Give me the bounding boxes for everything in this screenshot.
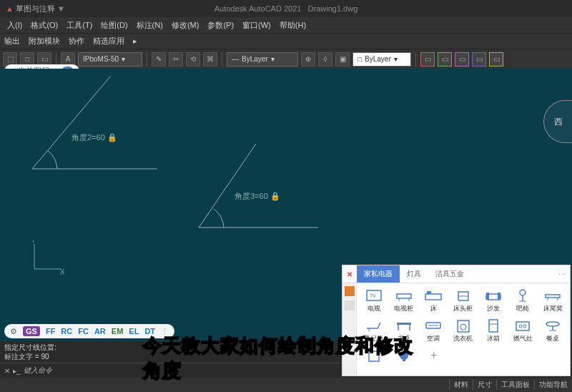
palette-item-label: 沙发 bbox=[487, 304, 500, 313]
desk-icon bbox=[395, 318, 413, 333]
palette-item-table[interactable]: 餐桌 bbox=[538, 316, 567, 345]
palette-category-icon[interactable] bbox=[345, 300, 355, 310]
tool-icon[interactable]: ▭ bbox=[455, 52, 469, 67]
palette-item-label: 床尾凳 bbox=[543, 304, 563, 313]
lock-icon: 🔒 bbox=[107, 132, 117, 142]
palette-item-bed[interactable]: 床 bbox=[419, 286, 448, 315]
table-icon bbox=[543, 318, 562, 333]
palette-item-label: 电视 bbox=[368, 304, 380, 313]
tool-icon[interactable]: ▭ bbox=[472, 52, 486, 67]
palette-item-stove[interactable]: 燃气灶 bbox=[509, 316, 538, 345]
svg-rect-25 bbox=[546, 295, 560, 298]
svg-line-4 bbox=[199, 144, 256, 227]
menu-item[interactable]: 输出 bbox=[0, 36, 24, 46]
layer-dropdown[interactable]: — ByLayer ▾ bbox=[227, 52, 298, 67]
nightstand-icon bbox=[454, 288, 473, 303]
palette-category-icon[interactable] bbox=[345, 286, 355, 296]
palette-item-label: 电视柜 bbox=[394, 304, 413, 313]
palette-header: ✕ 家私电器灯具洁具五金 ⋯ bbox=[342, 265, 570, 283]
svg-rect-38 bbox=[516, 322, 529, 330]
tool-icon[interactable]: ▭ bbox=[438, 52, 452, 67]
palette-item-nightstand[interactable]: 床头柜 bbox=[449, 286, 478, 315]
svg-rect-21 bbox=[498, 293, 500, 300]
tool-icon[interactable]: ✂ bbox=[169, 52, 183, 67]
status-item[interactable]: 工具面板 bbox=[496, 380, 534, 390]
menu-item[interactable]: 工具(T) bbox=[62, 20, 97, 31]
palette-item-label: 床头柜 bbox=[453, 304, 473, 313]
menu-item[interactable]: 附加模块 bbox=[24, 36, 64, 46]
svg-text:X: X bbox=[60, 268, 64, 276]
svg-text:+: + bbox=[430, 349, 437, 361]
titlebar: ▲ 草图与注释 ▼ Autodesk AutoCAD 2021 Drawing1… bbox=[0, 0, 572, 17]
tool-icon[interactable]: ✎ bbox=[152, 52, 166, 67]
menu-item[interactable]: 窗口(W) bbox=[238, 20, 275, 31]
tool-icon[interactable]: ⟲ bbox=[186, 52, 200, 67]
status-item[interactable]: 功能导航 bbox=[534, 380, 572, 390]
qb-ar[interactable]: AR bbox=[94, 327, 106, 335]
palette-item-washer[interactable]: 洗衣机 bbox=[449, 316, 478, 345]
close-icon[interactable]: ✕ bbox=[4, 367, 10, 375]
bed-icon bbox=[424, 288, 443, 303]
svg-rect-34 bbox=[458, 320, 469, 332]
svg-rect-36 bbox=[489, 320, 498, 332]
palette-tab[interactable]: 家私电器 bbox=[357, 265, 400, 283]
menu-item[interactable]: 参数(P) bbox=[203, 20, 238, 31]
svg-point-35 bbox=[460, 324, 466, 330]
font-dropdown[interactable]: IPboMS-50 ▾ bbox=[78, 52, 142, 67]
fridge-icon bbox=[484, 318, 503, 333]
palette-item-label: 吧椅 bbox=[516, 304, 529, 313]
menu-item[interactable]: 格式(O) bbox=[26, 20, 62, 31]
tool-icon[interactable]: ▭ bbox=[420, 52, 435, 67]
app-title: Autodesk AutoCAD 2021 Drawing1.dwg bbox=[214, 4, 358, 13]
menu-item[interactable]: 帮助(H) bbox=[275, 20, 310, 31]
sofa-icon bbox=[484, 288, 503, 303]
tool-icon[interactable]: ◊ bbox=[318, 52, 332, 67]
ucs-icon: Y X bbox=[29, 240, 64, 279]
svg-text:角度2=60 🔒: 角度2=60 🔒 bbox=[72, 132, 117, 142]
menu-item[interactable]: 绘图(D) bbox=[97, 20, 132, 31]
workspace-switcher[interactable]: ▲ 草图与注释 ▼ bbox=[0, 4, 71, 14]
menu-item[interactable]: 修改(M) bbox=[167, 20, 204, 31]
tool-icon[interactable]: ⊕ bbox=[301, 52, 315, 67]
menu-item[interactable]: 精选应用 bbox=[89, 36, 129, 46]
status-item[interactable]: 尺寸 bbox=[473, 380, 496, 390]
tool-icon[interactable]: ▭ bbox=[489, 52, 503, 67]
menu-expand[interactable]: ▸ bbox=[129, 36, 142, 46]
svg-point-22 bbox=[520, 290, 526, 295]
palette-item-label: 燃气灶 bbox=[513, 334, 533, 343]
gear-icon[interactable]: ⚙ bbox=[10, 327, 17, 336]
svg-text:TV: TV bbox=[370, 293, 376, 298]
palette-close[interactable]: ✕ bbox=[342, 268, 357, 281]
palette-item-fridge[interactable]: 冰箱 bbox=[479, 316, 508, 345]
qb-ff[interactable]: FF bbox=[46, 327, 55, 335]
svg-line-1 bbox=[32, 76, 111, 169]
palette-item-tvstand[interactable]: 电视柜 bbox=[390, 286, 418, 315]
layer2-dropdown[interactable]: □ ByLayer ▾ bbox=[352, 52, 411, 67]
qb-el[interactable]: EL bbox=[129, 327, 139, 335]
svg-rect-20 bbox=[486, 293, 489, 300]
qb-fc[interactable]: FC bbox=[78, 327, 89, 335]
palette-more[interactable]: ⋯ bbox=[554, 270, 570, 278]
qb-em[interactable]: EM bbox=[112, 327, 124, 335]
palette-item-label: 洗衣机 bbox=[453, 334, 473, 343]
menu-item[interactable]: 协作 bbox=[64, 36, 89, 46]
qb-gs[interactable]: GS bbox=[23, 326, 40, 336]
washer-icon bbox=[454, 318, 473, 333]
menu-item[interactable]: 入(I) bbox=[3, 20, 26, 31]
bench-icon bbox=[543, 288, 562, 303]
status-item[interactable]: 材料 bbox=[449, 380, 473, 390]
tool-icon[interactable]: ▣ bbox=[335, 52, 350, 67]
svg-rect-16 bbox=[427, 291, 431, 294]
palette-tab[interactable]: 灯具 bbox=[400, 265, 428, 283]
palette-item-label: 冰箱 bbox=[487, 334, 500, 343]
palette-item-bench[interactable]: 床尾凳 bbox=[538, 286, 567, 315]
palette-tab[interactable]: 洁具五金 bbox=[428, 265, 471, 283]
lock-icon: 🔒 bbox=[270, 191, 280, 201]
palette-item-sofa[interactable]: 沙发 bbox=[479, 286, 508, 315]
palette-item-barstool[interactable]: 吧椅 bbox=[509, 286, 538, 315]
qb-rc[interactable]: RC bbox=[61, 327, 72, 335]
svg-rect-12 bbox=[397, 294, 411, 298]
tool-icon[interactable]: ⌘ bbox=[203, 52, 217, 67]
menu-item[interactable]: 标注(N) bbox=[132, 20, 167, 31]
palette-item-tv[interactable]: TV电视 bbox=[360, 286, 388, 315]
